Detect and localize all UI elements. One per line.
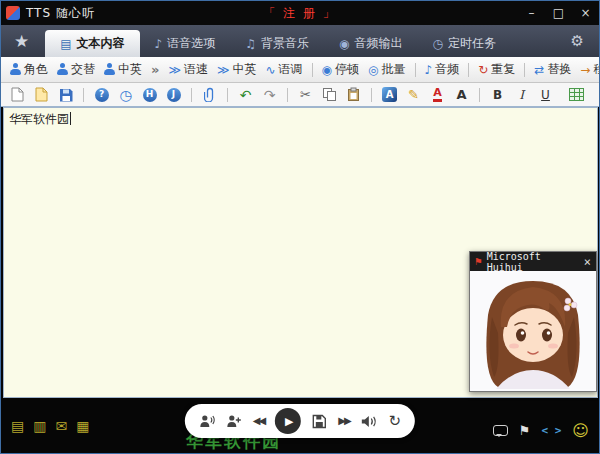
- insert-table-button[interactable]: [568, 86, 585, 103]
- divider: [287, 88, 288, 102]
- italic-button[interactable]: I: [513, 86, 530, 103]
- person-plus-icon: [226, 414, 242, 429]
- document-icon[interactable]: ▤: [11, 419, 24, 433]
- divider: [371, 88, 372, 102]
- tab-label: 语音选项: [167, 35, 215, 52]
- tab-label: 音频输出: [355, 35, 403, 52]
- person-icon: [10, 63, 21, 76]
- paste-button[interactable]: [345, 86, 362, 103]
- mail-icon[interactable]: ✉: [55, 419, 67, 433]
- speaker-icon: [361, 414, 378, 429]
- highlight-button[interactable]: ✎: [405, 86, 422, 103]
- tab-scheduled-tasks[interactable]: ◷ 定时任务: [418, 30, 511, 57]
- divider: [524, 63, 525, 77]
- chat-icon[interactable]: [493, 425, 508, 436]
- help-button[interactable]: ?: [93, 86, 110, 103]
- add-voice-button[interactable]: [226, 414, 242, 429]
- help-icon: ?: [95, 88, 109, 102]
- bold-icon: B: [493, 89, 502, 101]
- group-separator: »: [151, 62, 159, 77]
- attach-button[interactable]: [201, 86, 218, 103]
- audio-insert-button[interactable]: ♪ 音频: [423, 61, 462, 78]
- avatar-title-bar[interactable]: ⚑ Microsoft Huihui ×: [470, 252, 596, 271]
- rewind-button[interactable]: ◀◀: [253, 416, 264, 426]
- scissors-icon: ✂: [300, 88, 311, 101]
- maximize-button[interactable]: □: [545, 1, 572, 25]
- font-size-button[interactable]: A: [453, 86, 470, 103]
- alternate-button[interactable]: 交替: [55, 61, 97, 78]
- replace-label: 替换: [547, 61, 571, 78]
- copy-button[interactable]: [321, 86, 338, 103]
- register-link[interactable]: 「 注 册 」: [263, 5, 336, 22]
- speaking-person-icon: [199, 414, 215, 429]
- grid-icon[interactable]: ▦: [76, 419, 89, 433]
- bold-button[interactable]: B: [489, 86, 506, 103]
- favorite-star-icon[interactable]: ★: [14, 31, 29, 51]
- save-audio-button[interactable]: [312, 414, 327, 429]
- app-window: TTS 随心听 「 注 册 」 – □ × ★ ▤ 文本内容 ♪ 语音选项 ♫ …: [0, 0, 600, 454]
- smiley-icon[interactable]: ☺: [572, 421, 589, 440]
- replace-button[interactable]: ⇄ 替换: [532, 61, 573, 78]
- voice-preview-button[interactable]: [199, 414, 215, 429]
- cn-en-voice-button[interactable]: 中英: [102, 61, 144, 78]
- new-file-button[interactable]: [9, 86, 26, 103]
- avatar-close-icon[interactable]: ×: [584, 255, 591, 269]
- folder-page-icon: [35, 87, 48, 102]
- remove-button[interactable]: → 移除: [578, 61, 600, 78]
- tab-label: 文本内容: [77, 35, 125, 52]
- tab-audio-output[interactable]: ◉ 音频输出: [324, 30, 417, 57]
- redo-button[interactable]: ↷: [261, 86, 278, 103]
- volume-button[interactable]: [361, 414, 378, 429]
- people-icon: [57, 63, 68, 76]
- underline-icon: U: [541, 89, 550, 101]
- speed-label: 语速: [184, 61, 208, 78]
- close-button[interactable]: ×: [572, 1, 599, 25]
- copy-icon[interactable]: ▥: [33, 419, 46, 433]
- title-bar: TTS 随心听 「 注 册 」 – □ ×: [1, 1, 599, 25]
- settings-gear-icon[interactable]: ⚙: [571, 32, 584, 50]
- audio-icon: ◉: [339, 37, 349, 51]
- open-file-button[interactable]: [33, 86, 50, 103]
- playback-controls: ◀◀ ▶ ▶▶ ↻: [185, 404, 415, 438]
- font-color-icon: A: [433, 87, 442, 102]
- bg-color-icon: A: [382, 87, 397, 102]
- undo-button[interactable]: ↶: [237, 86, 254, 103]
- intonation-button[interactable]: ∿ 语调: [264, 61, 305, 78]
- avatar-image: [470, 271, 596, 391]
- batch-button[interactable]: ◎ 批量: [366, 61, 407, 78]
- tab-voice-options[interactable]: ♪ 语音选项: [140, 30, 231, 57]
- minimize-button[interactable]: –: [518, 1, 545, 25]
- voice-avatar-window: ⚑ Microsoft Huihui ×: [469, 251, 597, 392]
- bg-color-button[interactable]: A: [381, 86, 398, 103]
- cn-en-speed-label: 中英: [233, 61, 257, 78]
- h-tag-button[interactable]: H: [141, 86, 158, 103]
- history-button[interactable]: ◷: [117, 86, 134, 103]
- text-caret: [70, 112, 71, 125]
- tab-background-music[interactable]: ♫ 背景音乐: [230, 30, 324, 57]
- speed-button[interactable]: ≫ 语速: [166, 61, 210, 78]
- flag-icon[interactable]: ⚑: [519, 423, 531, 438]
- cn-en-speed-button[interactable]: ≫ 中英: [215, 61, 259, 78]
- bottom-right-tools: ⚑ < > ☺: [493, 421, 589, 440]
- pen-icon: ✎: [408, 88, 419, 101]
- play-button[interactable]: ▶: [275, 408, 301, 434]
- batch-label: 批量: [382, 61, 406, 78]
- forward-button[interactable]: ▶▶: [338, 416, 349, 426]
- cut-button[interactable]: ✂: [297, 86, 314, 103]
- loop-button[interactable]: ↻: [389, 414, 402, 429]
- underline-button[interactable]: U: [537, 86, 554, 103]
- wave-icon: ∿: [266, 64, 276, 76]
- j-tag-button[interactable]: J: [165, 86, 182, 103]
- code-icon[interactable]: < >: [541, 424, 561, 437]
- insert-toolbar: 角色 交替 中英 » ≫ 语速 ≫ 中英 ∿ 语调 ◉ 停顿 ◎ 批量: [1, 57, 599, 83]
- repeat-button[interactable]: ↻ 重复: [476, 61, 517, 78]
- save-file-button[interactable]: [57, 86, 74, 103]
- repeat-icon: ↻: [478, 64, 488, 76]
- tab-bar: ★ ▤ 文本内容 ♪ 语音选项 ♫ 背景音乐 ◉ 音频输出 ◷ 定时任务 ⚙: [1, 25, 599, 57]
- role-button[interactable]: 角色: [8, 61, 50, 78]
- font-color-button[interactable]: A: [429, 86, 446, 103]
- repeat-label: 重复: [491, 61, 515, 78]
- pause-button[interactable]: ◉ 停顿: [320, 61, 361, 78]
- tab-text-content[interactable]: ▤ 文本内容: [45, 30, 139, 57]
- save-icon: [312, 414, 327, 429]
